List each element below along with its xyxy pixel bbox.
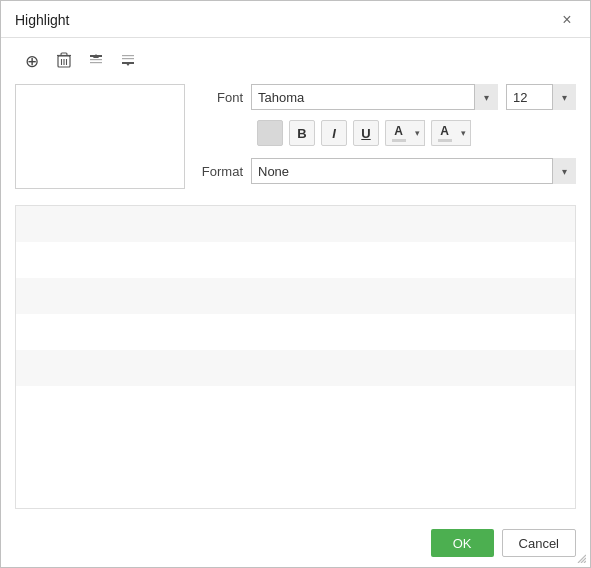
italic-icon: I	[332, 126, 336, 141]
list-item[interactable]	[16, 386, 575, 422]
style-row: B I U A	[201, 120, 576, 146]
dialog-title: Highlight	[15, 12, 69, 28]
delete-button[interactable]	[51, 48, 77, 74]
cancel-button[interactable]: Cancel	[502, 529, 576, 557]
list-item[interactable]	[16, 242, 575, 278]
highlight-color-dropdown[interactable]: ▾	[457, 120, 471, 146]
dialog-body: ⊕	[1, 38, 590, 519]
svg-rect-2	[61, 53, 67, 56]
font-name-select[interactable]: Tahoma Arial Verdana Times New Roman	[251, 84, 498, 110]
font-color-dropdown[interactable]: ▾	[411, 120, 425, 146]
highlight-color-button[interactable]: A	[431, 120, 457, 146]
format-wrapper: None Bold Italic Underline ▾	[251, 158, 576, 184]
dialog-footer: OK Cancel	[1, 519, 590, 567]
highlight-color-icon: A	[438, 124, 452, 142]
preview-box	[15, 84, 185, 189]
list-area	[15, 205, 576, 509]
bold-button[interactable]: B	[289, 120, 315, 146]
format-label: Format	[201, 164, 243, 179]
move-up-button[interactable]	[83, 48, 109, 74]
svg-line-16	[584, 561, 586, 563]
font-label: Font	[201, 90, 243, 105]
dialog-titlebar: Highlight ×	[1, 1, 590, 38]
delete-icon	[57, 52, 71, 71]
font-color-icon: A	[392, 124, 406, 142]
list-item[interactable]	[16, 350, 575, 386]
list-item[interactable]	[16, 278, 575, 314]
list-item[interactable]	[16, 314, 575, 350]
top-section: Font Tahoma Arial Verdana Times New Roma…	[15, 84, 576, 189]
close-button[interactable]: ×	[556, 9, 578, 31]
highlight-color-group: A ▾	[431, 120, 471, 146]
svg-rect-8	[90, 62, 102, 63]
ok-button[interactable]: OK	[431, 529, 494, 557]
svg-rect-11	[122, 58, 134, 59]
font-color-group: A ▾	[385, 120, 425, 146]
color-swatch-box[interactable]	[257, 120, 283, 146]
add-button[interactable]: ⊕	[19, 48, 45, 74]
bold-icon: B	[297, 126, 306, 141]
format-select[interactable]: None Bold Italic Underline	[251, 158, 576, 184]
underline-button[interactable]: U	[353, 120, 379, 146]
highlight-dialog: Highlight × ⊕	[0, 0, 591, 568]
font-name-row: Font Tahoma Arial Verdana Times New Roma…	[201, 84, 576, 110]
underline-icon: U	[361, 126, 370, 141]
add-icon: ⊕	[25, 53, 39, 70]
font-size-select[interactable]: 8910 111214 161820	[506, 84, 576, 110]
svg-rect-10	[122, 55, 134, 56]
move-up-icon	[89, 53, 103, 70]
list-item[interactable]	[16, 206, 575, 242]
move-down-button[interactable]	[115, 48, 141, 74]
font-controls: Font Tahoma Arial Verdana Times New Roma…	[201, 84, 576, 189]
toolbar-row: ⊕	[15, 48, 576, 74]
format-row: Format None Bold Italic Underline ▾	[201, 158, 576, 184]
font-size-wrapper: 8910 111214 161820 ▾	[506, 84, 576, 110]
move-down-icon	[121, 53, 135, 70]
svg-rect-7	[90, 59, 102, 60]
resize-handle[interactable]	[576, 553, 588, 565]
font-color-button[interactable]: A	[385, 120, 411, 146]
italic-button[interactable]: I	[321, 120, 347, 146]
font-name-wrapper: Tahoma Arial Verdana Times New Roman ▾	[251, 84, 498, 110]
